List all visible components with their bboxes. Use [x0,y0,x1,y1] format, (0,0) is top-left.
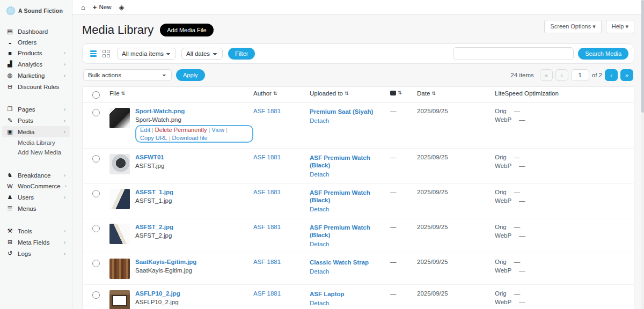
author-link[interactable]: ASF 1881 [253,154,310,160]
sidebar-item-marketing[interactable]: ◍ Marketing › [0,70,72,81]
detach-link[interactable]: Detach [310,117,390,124]
sidebar-item-menus[interactable]: ☰ Menus [0,203,72,214]
apply-button[interactable]: Apply [176,69,205,81]
column-header-author[interactable]: Author⇅ [253,90,310,97]
sidebar-item-breakdance[interactable]: ♞ Breakdance › [0,170,72,181]
page-title: Media Library [82,23,153,37]
sidebar-item-dashboard[interactable]: ▤ Dashboard [0,26,72,37]
products-icon: ■ [6,50,13,56]
brand[interactable]: A Sound Fiction [0,4,72,23]
column-header-date[interactable]: Date⇅ [417,90,495,97]
media-title-link[interactable]: ASFLP10_2.jpg [135,290,180,297]
sidebar-item-products[interactable]: ■ Products › [0,48,72,58]
author-link[interactable]: ASF 1881 [253,259,310,265]
row-actions: Edit| Delete Permanently| View| Copy URL… [135,125,253,143]
media-thumbnail[interactable] [109,154,130,174]
scrollbar-thumb[interactable] [641,0,644,113]
breakdance-adminbar-icon[interactable]: ◈ [119,3,124,11]
media-title-link[interactable]: Sport-Watch.png [135,108,253,114]
filter-button[interactable]: Filter [228,48,255,60]
select-all-checkbox[interactable] [92,91,100,99]
sidebar-subitem-add-new-media[interactable]: Add New Media [0,148,72,157]
edit-link[interactable]: Edit [140,127,150,133]
search-media-button[interactable]: Search Media [578,48,628,60]
sidebar-item-logs[interactable]: ↺ Logs › [0,248,72,259]
chevron-right-icon: › [64,73,65,78]
author-link[interactable]: ASF 1881 [253,224,310,230]
delete-permanently-link[interactable]: Delete Permanently [155,127,207,133]
webp-value: — [519,267,525,274]
grid-view-icon[interactable] [101,49,112,58]
search-input[interactable] [453,47,574,60]
media-title-link[interactable]: SaatKayis-Egitim.jpg [135,259,196,265]
sidebar-item-media[interactable]: ▣ Media › [2,126,70,137]
author-link[interactable]: ASF 1881 [253,290,310,297]
media-thumbnail[interactable] [109,108,130,128]
column-header-uploaded-to[interactable]: Uploaded to⇅ [310,90,390,97]
sidebar-item-tools[interactable]: ⚒ Tools › [0,225,72,237]
download-file-link[interactable]: Download file [172,135,208,141]
sidebar-item-meta-fields[interactable]: ⊞ Meta Fields › [0,237,72,248]
uploaded-to-link[interactable]: ASF Premium Watch (Black) [310,189,370,203]
help-button[interactable]: Help ▾ [606,20,634,33]
row-checkbox[interactable] [92,260,100,267]
sidebar-item-users[interactable]: ♟ Users › [0,192,72,203]
screen-options-button[interactable]: Screen Options ▾ [544,20,601,33]
detach-link[interactable]: Detach [310,171,390,178]
litespeed-cell: Orig— WebP— [495,154,634,169]
detach-link[interactable]: Detach [310,206,390,212]
detach-link[interactable]: Detach [310,268,390,275]
uploaded-to-link[interactable]: Premium Saat (Siyah) [310,108,373,115]
media-filename: SaatKayis-Egitim.jpg [135,267,196,274]
column-header-file[interactable]: File⇅ [109,90,253,97]
sidebar-item-woocommerce[interactable]: W WooCommerce › [0,181,72,192]
author-link[interactable]: ASF 1881 [253,189,310,195]
sidebar-item-orders[interactable]: ◒ Orders [0,37,72,48]
add-media-file-button[interactable]: Add Media File [160,24,213,36]
row-checkbox[interactable] [92,109,100,116]
sidebar-item-discount-rules[interactable]: ⊟ Discount Rules [0,81,72,92]
current-page-input[interactable] [571,69,589,81]
author-link[interactable]: ASF 1881 [253,108,310,114]
scrollbar[interactable] [641,0,644,309]
sidebar-subitem-media-library[interactable]: Media Library [0,138,72,148]
home-icon[interactable]: ⌂ [81,3,85,11]
row-checkbox[interactable] [92,291,100,299]
date-filter-select[interactable]: All dates [181,48,223,60]
view-link[interactable]: View [211,127,224,133]
webp-label: WebP [495,163,511,169]
detach-link[interactable]: Detach [310,241,390,247]
prev-page-button: ‹ [555,69,568,81]
row-checkbox[interactable] [92,155,100,163]
sidebar-item-analytics[interactable]: ▟ Analytics › [0,58,72,70]
last-page-button[interactable]: » [620,69,633,81]
uploaded-to-link[interactable]: ASF Premium Watch (Black) [310,224,370,238]
media-type-filter-select[interactable]: All media items [117,48,176,60]
detach-link[interactable]: Detach [310,300,390,306]
media-title-link[interactable]: ASFST_1.jpg [135,189,173,195]
media-thumbnail[interactable] [109,290,130,309]
bulk-actions-select[interactable]: Bulk actions [83,69,172,81]
sidebar-nav: ▤ Dashboard ◒ Orders ■ Products › ▟ Anal… [0,23,72,262]
media-title-link[interactable]: ASFST_2.jpg [135,224,173,230]
media-thumbnail[interactable] [109,259,130,279]
next-page-button[interactable]: › [605,69,618,81]
uploaded-to-link[interactable]: ASF Laptop [310,291,345,297]
uploaded-to-link[interactable]: ASF Premium Watch (Black) [310,154,370,168]
chevron-right-icon: › [64,173,65,178]
uploaded-to-link[interactable]: Classic Watch Strap [310,259,369,266]
media-title-link[interactable]: ASFWT01 [135,154,164,160]
media-thumbnail[interactable] [109,189,130,209]
header-right: Screen Options ▾ Help ▾ [544,20,634,33]
sidebar-item-pages[interactable]: ❐ Pages › [0,104,72,115]
new-button[interactable]: + New [93,3,112,11]
row-checkbox[interactable] [92,225,100,232]
sidebar-item-posts[interactable]: ✎ Posts › [0,115,72,126]
table-row: ASFWT01 ASFST.jpg ASF 1881 ASF Premium W… [83,149,634,183]
column-header-comments[interactable]: ⇅ [390,90,417,95]
row-checkbox[interactable] [92,190,100,197]
list-view-icon[interactable] [88,49,99,58]
media-thumbnail[interactable] [109,224,130,244]
copy-url-link[interactable]: Copy URL [140,135,167,141]
chevron-right-icon: › [64,240,65,245]
